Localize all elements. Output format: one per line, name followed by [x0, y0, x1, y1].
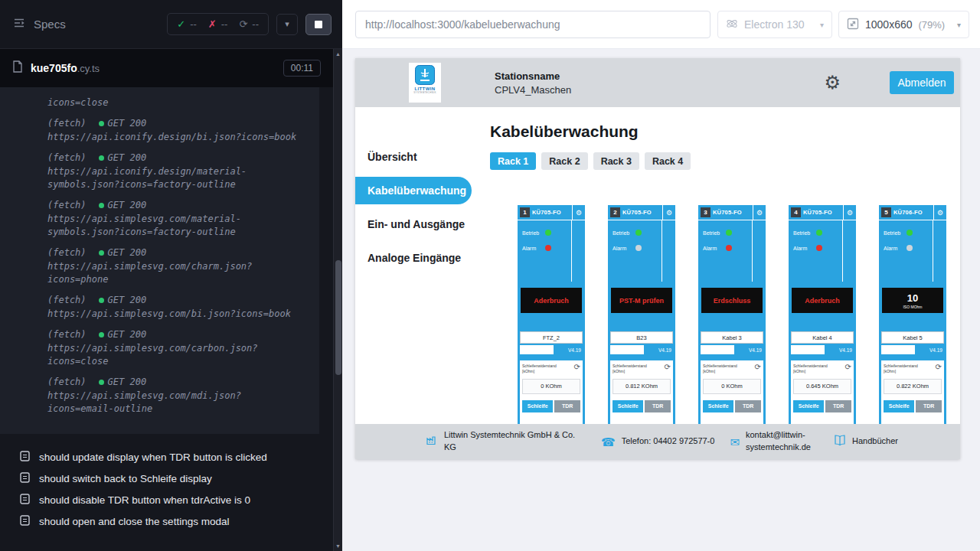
tdr-button[interactable]: TDR [554, 400, 580, 412]
success-dot-icon [99, 332, 104, 337]
schleife-button[interactable]: Schleife [884, 400, 914, 412]
schleife-button[interactable]: Schleife [522, 400, 553, 412]
success-dot-icon [99, 380, 104, 385]
stop-icon [315, 21, 322, 28]
test-row[interactable]: should disable TDR button when tdrActive… [20, 489, 330, 510]
firmware-version: V4.19 [658, 347, 673, 353]
refresh-icon[interactable]: ⟳ [574, 364, 580, 371]
sidebar-nav-item[interactable]: Analoge Eingänge [355, 241, 485, 275]
device-number-badge: 1 [520, 207, 530, 217]
scroll-down-icon[interactable]: ▼ [334, 543, 342, 549]
station-label: Stationsname [495, 70, 571, 82]
device-gear-icon[interactable]: ⚙ [662, 205, 675, 220]
device-status-display: 10 ISO MOhm [882, 288, 943, 313]
test-title: should switch back to Schleife display [39, 473, 212, 484]
settings-gear-icon[interactable]: ⚙ [824, 73, 841, 92]
spec-file-row[interactable]: kue705fo.cy.ts 00:11 [0, 49, 333, 87]
logout-button[interactable]: Abmelden [890, 71, 954, 94]
fetch-log-entry[interactable]: (fetch) GET 200 https://api.iconify.desi… [47, 152, 305, 191]
url-input[interactable] [355, 11, 710, 38]
version-bar [520, 345, 554, 354]
scroll-up-icon[interactable]: ▲ [334, 51, 342, 57]
device-name-field: Kabel 3 [701, 331, 763, 344]
manuals-link[interactable]: Handbücher [852, 435, 898, 448]
scrollbar-thumb[interactable] [335, 260, 341, 375]
viewport-selector[interactable]: 1000x660 (79%) ▾ [838, 11, 969, 38]
test-runner-panel: Specs ✓-- ✗-- ⟳-- ▾ kue705fo.cy.ts 00:11… [0, 0, 342, 551]
refresh-icon[interactable]: ⟳ [936, 364, 942, 371]
spec-name: kue705fo [31, 62, 77, 74]
refresh-icon[interactable]: ⟳ [845, 364, 851, 371]
tdr-button[interactable]: TDR [916, 400, 942, 412]
device-model: KÜ705-FO [622, 209, 662, 216]
nav-item-label: Übersicht [368, 151, 417, 163]
viewport-zoom: (79%) [919, 19, 946, 31]
email-icon: ✉ [730, 436, 740, 448]
measurement-value: 0 KOhm [703, 379, 761, 394]
device-grid: 1 KÜ705-FO ⚙ Betrieb Alarm Aderbru [518, 205, 960, 458]
status-text: Aderbruch [805, 297, 840, 305]
device-gear-icon[interactable]: ⚙ [933, 205, 946, 220]
device-model: KÜ705-FO [532, 209, 572, 216]
chevron-down-icon: ▾ [820, 21, 824, 29]
request-url: https://api.simplesvg.com/bi.json?icons=… [47, 308, 300, 321]
runner-topbar: Specs ✓-- ✗-- ⟳-- ▾ [0, 0, 342, 49]
status-code: GET 200 [99, 328, 147, 341]
test-title: should open and close the settings modal [39, 516, 229, 527]
app-header: LITTWIN SYSTEMTECHNIK Stationsname CPLV4… [355, 58, 960, 107]
alarm-led [726, 245, 732, 251]
test-row[interactable]: should switch back to Schleife display [20, 468, 330, 489]
tdr-button[interactable]: TDR [735, 400, 761, 412]
test-row[interactable]: should open and close the settings modal [20, 510, 330, 532]
specs-list-icon[interactable] [12, 16, 26, 33]
rack-tab[interactable]: Rack 3 [593, 152, 639, 170]
test-row[interactable]: should update display when TDR button is… [20, 446, 330, 468]
card-divider [842, 220, 843, 282]
runner-scrollbar[interactable]: ▲ ▼ [333, 49, 342, 551]
fetch-log-entry[interactable]: (fetch) GET 200 https://api.simplesvg.co… [47, 376, 305, 416]
email-address[interactable]: kontakt@littwin-systemtechnik.de [746, 429, 818, 454]
measurement-label: Schleifenwiderstand [kOhm] [522, 364, 567, 374]
refresh-icon[interactable]: ⟳ [665, 364, 671, 371]
device-number-badge: 5 [881, 207, 891, 217]
sidebar-nav-item[interactable]: Ein- und Ausgänge [355, 207, 485, 241]
tdr-button[interactable]: TDR [645, 400, 671, 412]
status-code: GET 200 [99, 152, 147, 165]
status-code: GET 200 [99, 376, 147, 389]
schleife-button[interactable]: Schleife [703, 400, 733, 412]
fetch-log-entry[interactable]: (fetch) GET 200 https://api.iconify.desi… [47, 117, 305, 144]
stop-button[interactable] [305, 14, 332, 35]
device-gear-icon[interactable]: ⚙ [843, 205, 856, 220]
success-dot-icon [99, 121, 104, 126]
rack-tab-label: Rack 4 [652, 156, 683, 167]
refresh-icon[interactable]: ⟳ [755, 364, 761, 371]
betrieb-label: Betrieb [612, 230, 635, 236]
app-footer: Littwin Systemtechnik GmbH & Co. KG ☎ Te… [355, 424, 960, 459]
device-card: 3 KÜ705-FO ⚙ Betrieb Alarm Erdschl [698, 205, 766, 458]
rack-tab[interactable]: Rack 4 [645, 152, 691, 170]
rack-tab[interactable]: Rack 1 [490, 152, 536, 170]
test-doc-icon [20, 515, 30, 528]
device-card: 2 KÜ705-FO ⚙ Betrieb Alarm PST-M p [608, 205, 675, 458]
device-card: 4 KÜ705-FO ⚙ Betrieb Alarm Aderbru [789, 205, 856, 458]
fetch-log-entry[interactable]: (fetch) GET 200 https://api.simplesvg.co… [47, 246, 305, 286]
betrieb-label: Betrieb [703, 230, 726, 236]
card-divider [933, 220, 933, 282]
collapse-button[interactable]: ▾ [276, 14, 298, 35]
station-info: Stationsname CPLV4_Maschen [495, 70, 571, 96]
rack-tab[interactable]: Rack 2 [541, 152, 587, 170]
device-gear-icon[interactable]: ⚙ [753, 205, 766, 220]
device-gear-icon[interactable]: ⚙ [572, 205, 585, 220]
schleife-button[interactable]: Schleife [612, 400, 643, 412]
fetch-log-entry[interactable]: (fetch) GET 200 https://api.simplesvg.co… [47, 328, 305, 368]
sidebar-nav-item[interactable]: Kabelüberwachung [355, 177, 472, 204]
browser-selector[interactable]: Electron 130 ▾ [717, 11, 832, 38]
device-name-field: B23 [610, 331, 673, 344]
schleife-button[interactable]: Schleife [793, 400, 824, 412]
tdr-button[interactable]: TDR [825, 400, 851, 412]
fetch-log-entry[interactable]: (fetch) GET 200 https://api.simplesvg.co… [47, 199, 305, 239]
fetch-log-entry[interactable]: (fetch) GET 200 https://api.simplesvg.co… [47, 294, 305, 321]
status-code: GET 200 [99, 294, 147, 307]
rack-tab-label: Rack 2 [549, 156, 580, 167]
sidebar-nav-item[interactable]: Übersicht [355, 140, 485, 174]
